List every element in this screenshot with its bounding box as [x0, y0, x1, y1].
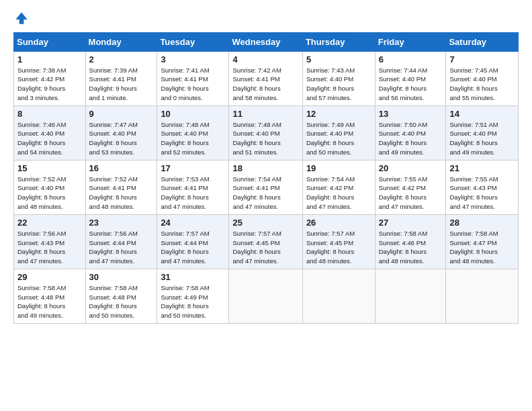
header: [13, 11, 519, 26]
calendar-cell: 4Sunrise: 7:42 AMSunset: 4:41 PMDaylight…: [229, 51, 302, 105]
day-number: 16: [89, 163, 154, 173]
day-number: 5: [306, 54, 371, 64]
day-info: Sunrise: 7:56 AMSunset: 4:44 PMDaylight:…: [89, 229, 154, 266]
day-number: 22: [17, 218, 82, 228]
calendar-cell: 28Sunrise: 7:58 AMSunset: 4:47 PMDayligh…: [446, 214, 519, 269]
day-number: 17: [161, 163, 225, 173]
day-info: Sunrise: 7:55 AMSunset: 4:42 PMDaylight:…: [379, 175, 443, 212]
calendar-cell: 22Sunrise: 7:56 AMSunset: 4:43 PMDayligh…: [14, 214, 86, 269]
day-number: 30: [89, 272, 154, 282]
svg-marker-0: [15, 13, 27, 24]
calendar-cell: [446, 269, 519, 323]
day-number: 13: [379, 109, 443, 119]
day-info: Sunrise: 7:41 AMSunset: 4:41 PMDaylight:…: [161, 66, 225, 103]
day-info: Sunrise: 7:51 AMSunset: 4:40 PMDaylight:…: [449, 120, 515, 157]
weekday-header-monday: Monday: [85, 32, 157, 51]
calendar-cell: 15Sunrise: 7:52 AMSunset: 4:40 PMDayligh…: [14, 160, 86, 214]
day-info: Sunrise: 7:47 AMSunset: 4:40 PMDaylight:…: [89, 120, 154, 157]
day-info: Sunrise: 7:58 AMSunset: 4:47 PMDaylight:…: [449, 229, 515, 266]
weekday-header-row: SundayMondayTuesdayWednesdayThursdayFrid…: [14, 32, 519, 51]
calendar-cell: 11Sunrise: 7:48 AMSunset: 4:40 PMDayligh…: [229, 105, 302, 160]
day-number: 14: [449, 109, 515, 119]
weekday-header-friday: Friday: [375, 32, 446, 51]
calendar-cell: 23Sunrise: 7:56 AMSunset: 4:44 PMDayligh…: [85, 214, 157, 269]
day-info: Sunrise: 7:57 AMSunset: 4:44 PMDaylight:…: [161, 229, 225, 266]
day-info: Sunrise: 7:56 AMSunset: 4:43 PMDaylight:…: [17, 229, 82, 266]
calendar-cell: 8Sunrise: 7:46 AMSunset: 4:40 PMDaylight…: [14, 105, 86, 160]
day-info: Sunrise: 7:58 AMSunset: 4:46 PMDaylight:…: [379, 229, 443, 266]
day-number: 10: [161, 109, 225, 119]
day-number: 28: [449, 218, 515, 228]
calendar-week-5: 29Sunrise: 7:58 AMSunset: 4:48 PMDayligh…: [14, 269, 519, 323]
day-number: 15: [17, 163, 82, 173]
day-info: Sunrise: 7:53 AMSunset: 4:41 PMDaylight:…: [161, 175, 225, 212]
calendar-cell: 16Sunrise: 7:52 AMSunset: 4:41 PMDayligh…: [85, 160, 157, 214]
weekday-header-tuesday: Tuesday: [157, 32, 229, 51]
day-info: Sunrise: 7:57 AMSunset: 4:45 PMDaylight:…: [306, 229, 371, 266]
weekday-header-saturday: Saturday: [446, 32, 519, 51]
calendar-cell: 6Sunrise: 7:44 AMSunset: 4:40 PMDaylight…: [375, 51, 446, 105]
day-info: Sunrise: 7:54 AMSunset: 4:42 PMDaylight:…: [306, 175, 371, 212]
calendar-cell: [302, 269, 375, 323]
day-info: Sunrise: 7:45 AMSunset: 4:40 PMDaylight:…: [449, 66, 515, 103]
day-number: 23: [89, 218, 154, 228]
calendar-cell: [375, 269, 446, 323]
day-info: Sunrise: 7:57 AMSunset: 4:45 PMDaylight:…: [232, 229, 298, 266]
logo-line1: [13, 11, 28, 26]
day-number: 4: [232, 54, 298, 64]
calendar-cell: 25Sunrise: 7:57 AMSunset: 4:45 PMDayligh…: [229, 214, 302, 269]
calendar-cell: 7Sunrise: 7:45 AMSunset: 4:40 PMDaylight…: [446, 51, 519, 105]
day-number: 8: [17, 109, 82, 119]
calendar-cell: 24Sunrise: 7:57 AMSunset: 4:44 PMDayligh…: [157, 214, 229, 269]
calendar-cell: 3Sunrise: 7:41 AMSunset: 4:41 PMDaylight…: [157, 51, 229, 105]
day-info: Sunrise: 7:39 AMSunset: 4:41 PMDaylight:…: [89, 66, 154, 103]
day-info: Sunrise: 7:50 AMSunset: 4:40 PMDaylight:…: [379, 120, 443, 157]
day-number: 6: [379, 54, 443, 64]
day-info: Sunrise: 7:49 AMSunset: 4:40 PMDaylight:…: [306, 120, 371, 157]
logo: [13, 11, 28, 26]
day-number: 25: [232, 218, 298, 228]
calendar-cell: 2Sunrise: 7:39 AMSunset: 4:41 PMDaylight…: [85, 51, 157, 105]
day-number: 29: [17, 272, 82, 282]
day-info: Sunrise: 7:58 AMSunset: 4:49 PMDaylight:…: [161, 283, 225, 320]
day-number: 26: [306, 218, 371, 228]
calendar-cell: 27Sunrise: 7:58 AMSunset: 4:46 PMDayligh…: [375, 214, 446, 269]
day-info: Sunrise: 7:58 AMSunset: 4:48 PMDaylight:…: [89, 283, 154, 320]
calendar-cell: 5Sunrise: 7:43 AMSunset: 4:40 PMDaylight…: [302, 51, 375, 105]
calendar-week-1: 1Sunrise: 7:38 AMSunset: 4:42 PMDaylight…: [14, 51, 519, 105]
calendar-cell: 29Sunrise: 7:58 AMSunset: 4:48 PMDayligh…: [14, 269, 86, 323]
weekday-header-thursday: Thursday: [302, 32, 375, 51]
day-info: Sunrise: 7:54 AMSunset: 4:41 PMDaylight:…: [232, 175, 298, 212]
day-number: 27: [379, 218, 443, 228]
day-number: 3: [161, 54, 225, 64]
day-number: 9: [89, 109, 154, 119]
day-number: 20: [379, 163, 443, 173]
calendar-cell: 13Sunrise: 7:50 AMSunset: 4:40 PMDayligh…: [375, 105, 446, 160]
calendar-week-4: 22Sunrise: 7:56 AMSunset: 4:43 PMDayligh…: [14, 214, 519, 269]
day-info: Sunrise: 7:43 AMSunset: 4:40 PMDaylight:…: [306, 66, 371, 103]
day-info: Sunrise: 7:38 AMSunset: 4:42 PMDaylight:…: [17, 66, 82, 103]
weekday-header-wednesday: Wednesday: [229, 32, 302, 51]
calendar-cell: 21Sunrise: 7:55 AMSunset: 4:43 PMDayligh…: [446, 160, 519, 214]
day-info: Sunrise: 7:42 AMSunset: 4:41 PMDaylight:…: [232, 66, 298, 103]
day-info: Sunrise: 7:55 AMSunset: 4:43 PMDaylight:…: [449, 175, 515, 212]
day-info: Sunrise: 7:46 AMSunset: 4:40 PMDaylight:…: [17, 120, 82, 157]
day-number: 2: [89, 54, 154, 64]
calendar-week-2: 8Sunrise: 7:46 AMSunset: 4:40 PMDaylight…: [14, 105, 519, 160]
day-number: 1: [17, 54, 82, 64]
calendar-cell: 30Sunrise: 7:58 AMSunset: 4:48 PMDayligh…: [85, 269, 157, 323]
day-number: 11: [232, 109, 298, 119]
calendar-cell: 31Sunrise: 7:58 AMSunset: 4:49 PMDayligh…: [157, 269, 229, 323]
calendar-cell: 12Sunrise: 7:49 AMSunset: 4:40 PMDayligh…: [302, 105, 375, 160]
day-number: 24: [161, 218, 225, 228]
day-number: 31: [161, 272, 225, 282]
calendar-cell: 18Sunrise: 7:54 AMSunset: 4:41 PMDayligh…: [229, 160, 302, 214]
calendar-cell: 9Sunrise: 7:47 AMSunset: 4:40 PMDaylight…: [85, 105, 157, 160]
calendar-week-3: 15Sunrise: 7:52 AMSunset: 4:40 PMDayligh…: [14, 160, 519, 214]
calendar: SundayMondayTuesdayWednesdayThursdayFrid…: [13, 32, 519, 324]
day-info: Sunrise: 7:52 AMSunset: 4:40 PMDaylight:…: [17, 175, 82, 212]
page: SundayMondayTuesdayWednesdayThursdayFrid…: [0, 0, 532, 411]
calendar-cell: 1Sunrise: 7:38 AMSunset: 4:42 PMDaylight…: [14, 51, 86, 105]
day-number: 21: [449, 163, 515, 173]
calendar-cell: 14Sunrise: 7:51 AMSunset: 4:40 PMDayligh…: [446, 105, 519, 160]
